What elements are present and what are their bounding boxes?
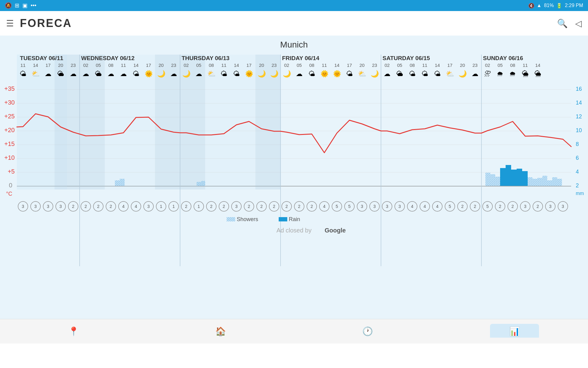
svg-text:3: 3	[147, 204, 150, 209]
svg-text:1: 1	[172, 204, 175, 209]
svg-text:3: 3	[361, 204, 363, 209]
svg-text:2: 2	[461, 204, 464, 209]
svg-text:☁: ☁	[82, 70, 89, 78]
svg-text:☁: ☁	[296, 70, 303, 78]
svg-text:🌙: 🌙	[182, 70, 191, 78]
shower-sun-4	[528, 177, 533, 186]
svg-text:🌤: 🌤	[308, 70, 315, 78]
svg-text:4: 4	[135, 204, 137, 209]
svg-text:14: 14	[134, 63, 139, 68]
svg-text:17: 17	[247, 63, 252, 68]
svg-text:05: 05	[297, 63, 302, 68]
svg-text:23: 23	[272, 63, 277, 68]
status-bar-left: 🔕 ⊞ ▣ •••	[5, 2, 36, 9]
svg-text:11: 11	[523, 63, 528, 68]
svg-text:2: 2	[85, 204, 87, 209]
ad-closed-text: Ad closed by	[277, 227, 312, 234]
shower-bar-2	[120, 179, 125, 186]
svg-text:4: 4	[436, 204, 439, 209]
mm-axis-4: 4	[576, 169, 579, 175]
svg-text:🌞: 🌞	[333, 70, 341, 78]
svg-text:🌙: 🌙	[270, 70, 279, 78]
day-label-fri: FRIDAY 06/14	[282, 55, 319, 61]
shower-bar-1	[115, 180, 120, 186]
svg-text:02: 02	[284, 63, 289, 68]
svg-text:5: 5	[336, 204, 338, 209]
svg-text:2: 2	[185, 204, 187, 209]
svg-text:2: 2	[223, 204, 225, 209]
svg-text:🌤: 🌤	[221, 70, 227, 78]
svg-text:4: 4	[424, 204, 426, 209]
svg-text:17: 17	[146, 63, 151, 68]
shower-sun-2	[490, 174, 495, 186]
mm-unit: mm	[576, 191, 584, 196]
hour-11a: 11	[21, 63, 26, 68]
svg-text:20: 20	[460, 63, 465, 68]
shower-bar-3	[197, 182, 201, 186]
svg-text:08: 08	[209, 63, 214, 68]
svg-text:🌧: 🌧	[497, 70, 503, 78]
nav-chart[interactable]: 📊	[496, 326, 533, 336]
svg-text:2: 2	[537, 204, 539, 209]
app-icon-2: ▣	[22, 2, 28, 9]
status-bar-right: 🔇 ▲ 81% 🔋 2:29 PM	[528, 3, 583, 9]
svg-text:14: 14	[234, 63, 239, 68]
svg-text:14: 14	[435, 63, 440, 68]
svg-text:17: 17	[447, 63, 453, 68]
logo: FORECA	[20, 17, 72, 30]
svg-text:20: 20	[159, 63, 164, 68]
shower-sun-6	[537, 178, 542, 186]
temp-unit: °C	[6, 191, 12, 197]
svg-text:2: 2	[285, 204, 288, 209]
search-button[interactable]: 🔍	[557, 18, 568, 29]
svg-text:5: 5	[348, 204, 351, 209]
svg-text:3: 3	[59, 204, 62, 209]
svg-text:🌤: 🌤	[409, 70, 416, 78]
nav-history[interactable]: 🕐	[349, 326, 386, 336]
svg-text:05: 05	[196, 63, 202, 68]
home-nav-icon: 🏠	[215, 326, 226, 336]
shower-sun-1	[485, 173, 490, 186]
location-button[interactable]: ◁	[575, 18, 582, 29]
svg-text:2: 2	[474, 204, 476, 209]
menu-button[interactable]: ☰	[6, 18, 14, 29]
mm-axis-12: 12	[576, 113, 582, 120]
legend-shower-text: Showers	[237, 216, 258, 222]
svg-text:🌥: 🌥	[396, 70, 403, 78]
day-label-wed: WEDNESDAY 06/12	[81, 55, 134, 61]
rain-bar-4	[517, 169, 522, 186]
ad-closed-google: Google	[325, 227, 346, 234]
svg-text:08: 08	[510, 63, 515, 68]
svg-text:2: 2	[210, 204, 213, 209]
svg-text:🌧: 🌧	[509, 70, 516, 78]
mm-axis-8: 8	[576, 141, 579, 147]
mm-axis-2: 2	[576, 182, 579, 189]
svg-text:23: 23	[473, 63, 478, 68]
svg-text:2: 2	[273, 204, 275, 209]
location-nav-icon: 📍	[68, 326, 79, 336]
svg-text:3: 3	[524, 204, 526, 209]
legend-rain-box	[279, 217, 287, 221]
nav-location[interactable]: 📍	[55, 326, 92, 336]
svg-text:23: 23	[372, 63, 377, 68]
nav-home[interactable]: 🏠	[202, 326, 239, 336]
svg-text:2: 2	[499, 204, 501, 209]
day-label-tue: TUESDAY 06/11	[20, 55, 63, 61]
svg-text:2: 2	[260, 204, 263, 209]
svg-text:20: 20	[259, 63, 264, 68]
svg-text:🌙: 🌙	[258, 70, 266, 78]
svg-text:☁: ☁	[170, 70, 177, 78]
svg-text:11: 11	[121, 63, 126, 68]
svg-text:17: 17	[347, 63, 352, 68]
legend-rain-text: Rain	[289, 216, 300, 222]
svg-text:⛅: ⛅	[446, 70, 454, 78]
svg-text:🌤: 🌤	[434, 70, 441, 78]
svg-text:3: 3	[562, 204, 564, 209]
svg-text:🌞: 🌞	[245, 70, 254, 78]
svg-text:🌤: 🌤	[133, 70, 139, 78]
app-icon-1: ⊞	[15, 2, 19, 9]
svg-text:2: 2	[298, 204, 300, 209]
mm-axis-10: 10	[576, 127, 582, 133]
temp-axis-20: +20	[4, 127, 15, 133]
svg-text:🌙: 🌙	[283, 70, 291, 78]
